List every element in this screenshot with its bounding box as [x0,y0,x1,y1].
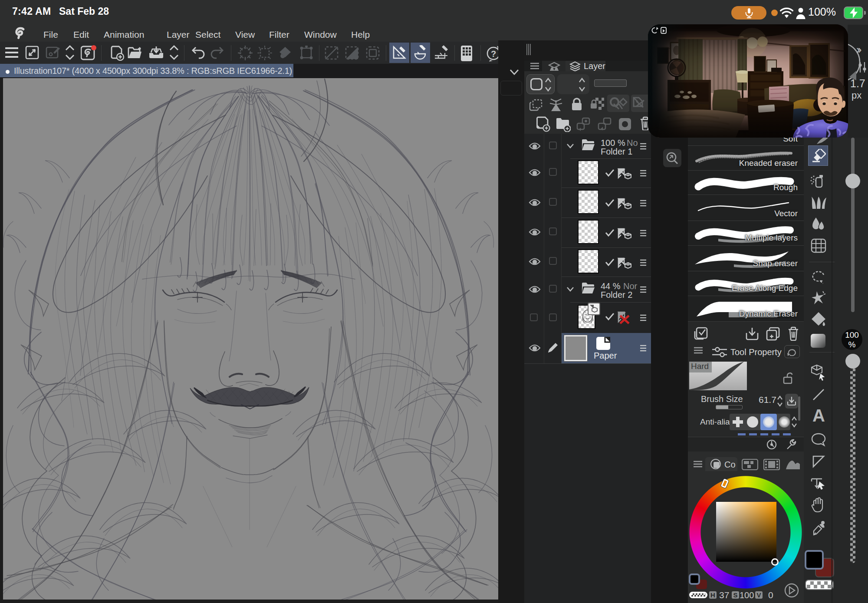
svg-text:?: ? [491,49,496,59]
